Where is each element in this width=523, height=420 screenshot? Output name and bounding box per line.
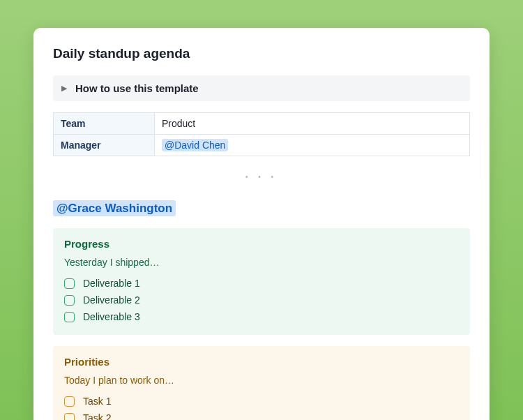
- meta-manager-value[interactable]: @David Chen: [155, 135, 470, 156]
- divider-dots: • • •: [53, 173, 470, 181]
- progress-panel: Progress Yesterday I shipped… Deliverabl…: [53, 228, 470, 335]
- checkbox-icon[interactable]: [64, 312, 75, 322]
- meta-table: Team Product Manager @David Chen: [53, 112, 470, 156]
- item-label: Task 2: [83, 412, 111, 420]
- checkbox-icon[interactable]: [64, 413, 75, 421]
- table-row: Manager @David Chen: [54, 135, 470, 156]
- item-label: Deliverable 1: [83, 278, 140, 289]
- meta-manager-label: Manager: [54, 135, 155, 156]
- page-title: Daily standup agenda: [53, 46, 470, 61]
- meta-team-label: Team: [54, 113, 155, 135]
- list-item[interactable]: Deliverable 2: [64, 292, 459, 308]
- priorities-subtitle[interactable]: Today I plan to work on…: [64, 375, 459, 386]
- item-label: Deliverable 2: [83, 294, 140, 306]
- chevron-right-icon: ▶: [61, 84, 67, 92]
- list-item[interactable]: Task 2: [64, 410, 459, 420]
- priorities-heading: Priorities: [64, 356, 459, 368]
- list-item[interactable]: Task 1: [64, 393, 459, 410]
- list-item[interactable]: Deliverable 1: [64, 275, 459, 292]
- item-label: Task 1: [83, 396, 111, 407]
- how-to-use-collapsible[interactable]: ▶ How to use this template: [53, 75, 470, 101]
- priorities-panel: Priorities Today I plan to work on… Task…: [53, 346, 470, 420]
- table-row: Team Product: [54, 113, 470, 135]
- collapsible-label: How to use this template: [75, 82, 199, 94]
- progress-heading: Progress: [64, 238, 459, 250]
- list-item[interactable]: Deliverable 3: [64, 308, 459, 325]
- progress-subtitle[interactable]: Yesterday I shipped…: [64, 257, 459, 268]
- document-card: Daily standup agenda ▶ How to use this t…: [33, 28, 490, 420]
- checkbox-icon[interactable]: [64, 295, 75, 306]
- meta-team-value[interactable]: Product: [155, 113, 470, 135]
- user-mention-row: @Grace Washington: [53, 202, 470, 216]
- user-mention[interactable]: @Grace Washington: [53, 200, 176, 216]
- checkbox-icon[interactable]: [64, 396, 75, 407]
- checkbox-icon[interactable]: [64, 278, 75, 289]
- manager-mention[interactable]: @David Chen: [162, 139, 228, 151]
- item-label: Deliverable 3: [83, 311, 140, 322]
